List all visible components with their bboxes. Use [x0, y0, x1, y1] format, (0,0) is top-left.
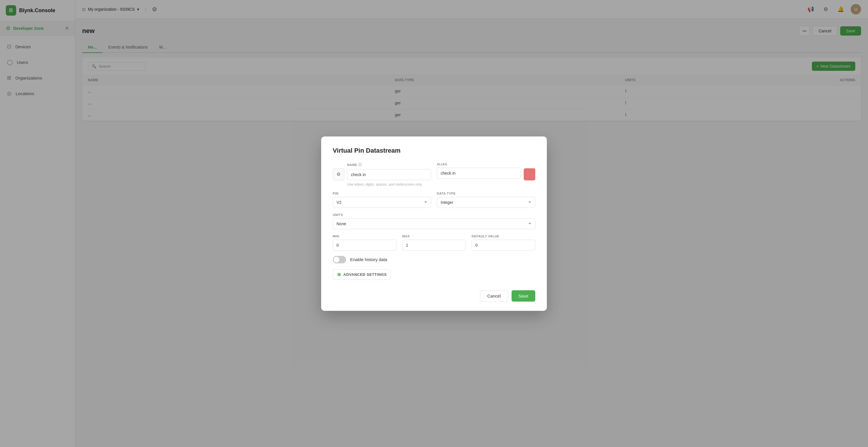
units-group: UNITS None	[333, 213, 535, 229]
name-input[interactable]	[347, 169, 431, 180]
toggle-slider	[333, 256, 346, 263]
default-input[interactable]	[472, 240, 535, 251]
max-group: MAX	[402, 234, 466, 251]
units-label: UNITS	[333, 213, 535, 217]
name-info-icon[interactable]: ⓘ	[358, 162, 362, 167]
pin-select[interactable]: V2 V0 V1 V3 V4 V5	[333, 197, 431, 208]
pin-group: PIN V2 V0 V1 V3 V4 V5	[333, 192, 431, 208]
data-type-group: DATA TYPE Integer Double String	[437, 192, 535, 208]
name-alias-row: ⚙ NAME ⓘ Use letters, digits, spaces, an…	[333, 162, 535, 187]
data-type-select[interactable]: Integer Double String	[437, 197, 535, 208]
advanced-label: ADVANCED SETTINGS	[343, 273, 387, 277]
min-group: MIN	[333, 234, 396, 251]
default-group: DEFAULT VALUE	[472, 234, 535, 251]
name-icon-button[interactable]: ⚙	[333, 168, 344, 181]
name-label: NAME ⓘ	[347, 162, 431, 167]
pin-datatype-row: PIN V2 V0 V1 V3 V4 V5 DATA TYPE Integer …	[333, 192, 535, 208]
min-label: MIN	[333, 234, 396, 238]
name-group: ⚙ NAME ⓘ Use letters, digits, spaces, an…	[333, 162, 431, 187]
modal-overlay: Virtual Pin Datastream ⚙ NAME ⓘ Use lett…	[0, 0, 868, 447]
max-label: MAX	[402, 234, 466, 238]
name-hint: Use letters, digits, spaces, and undersc…	[347, 183, 431, 187]
units-select[interactable]: None	[333, 218, 535, 229]
default-label: DEFAULT VALUE	[472, 234, 535, 238]
advanced-settings-button[interactable]: ⊕ ADVANCED SETTINGS	[333, 269, 391, 280]
advanced-icon: ⊕	[337, 272, 341, 277]
history-toggle-row: Enable history data	[333, 256, 535, 263]
min-max-default-row: MIN MAX DEFAULT VALUE	[333, 234, 535, 251]
units-row: UNITS None	[333, 213, 535, 229]
pin-label: PIN	[333, 192, 431, 195]
data-type-label: DATA TYPE	[437, 192, 535, 195]
history-toggle[interactable]	[333, 256, 346, 263]
color-swatch-button[interactable]	[524, 168, 535, 181]
modal-save-button[interactable]: Save	[512, 290, 535, 301]
alias-label: ALIAS	[437, 162, 521, 166]
alias-group: ALIAS	[437, 162, 535, 187]
modal-title: Virtual Pin Datastream	[333, 147, 535, 154]
modal-cancel-button[interactable]: Cancel	[480, 290, 508, 301]
history-label: Enable history data	[350, 257, 387, 262]
modal-footer: Cancel Save	[333, 290, 535, 301]
min-input[interactable]	[333, 240, 396, 251]
max-input[interactable]	[402, 240, 466, 251]
alias-input[interactable]	[437, 168, 521, 179]
virtual-pin-datastream-modal: Virtual Pin Datastream ⚙ NAME ⓘ Use lett…	[321, 136, 547, 311]
